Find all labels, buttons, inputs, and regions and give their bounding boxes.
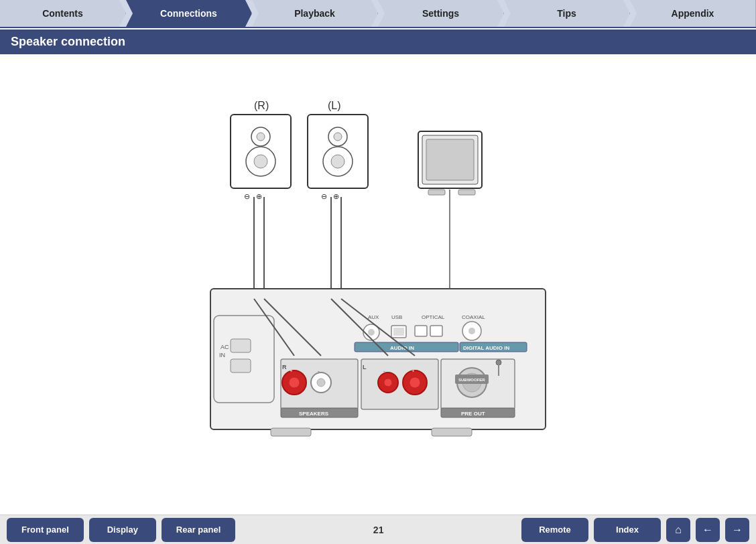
svg-text:PRE OUT: PRE OUT xyxy=(461,411,485,417)
svg-text:COAXIAL: COAXIAL xyxy=(462,314,485,320)
bottom-nav-left: Front panel Display Rear panel xyxy=(7,518,235,542)
svg-rect-17 xyxy=(428,190,445,195)
svg-text:-: - xyxy=(318,368,320,374)
bottom-nav-center: 21 xyxy=(373,525,384,535)
svg-rect-41 xyxy=(430,326,442,336)
svg-text:AUX: AUX xyxy=(368,314,379,320)
svg-text:USB: USB xyxy=(391,314,402,320)
back-button[interactable]: ← xyxy=(696,518,720,542)
bottom-nav-right: Remote Index ⌂ ← → xyxy=(521,518,749,542)
front-panel-button[interactable]: Front panel xyxy=(7,518,84,542)
svg-text:⊕: ⊕ xyxy=(256,192,262,200)
svg-rect-76 xyxy=(432,428,472,436)
svg-point-7 xyxy=(334,133,342,141)
main-content: (R) (L) ⊖ ⊕ ⊖ ⊕ xyxy=(0,54,756,490)
tab-settings[interactable]: Settings xyxy=(378,0,504,27)
rear-panel-button[interactable]: Rear panel xyxy=(162,518,235,542)
svg-rect-40 xyxy=(415,326,427,336)
tab-contents[interactable]: Contents xyxy=(0,0,126,27)
svg-point-37 xyxy=(368,329,375,336)
svg-text:+: + xyxy=(290,368,293,374)
svg-text:⊖: ⊖ xyxy=(321,192,327,200)
svg-text:SUBWOOFER: SUBWOOFER xyxy=(458,378,485,382)
svg-rect-75 xyxy=(271,428,311,436)
speaker-connection-diagram: (R) (L) ⊖ ⊕ ⊖ ⊕ xyxy=(150,68,606,456)
bottom-nav: Front panel Display Rear panel 21 Remote… xyxy=(0,515,756,544)
svg-point-61 xyxy=(410,377,420,388)
svg-text:⊖: ⊖ xyxy=(244,192,250,200)
svg-rect-18 xyxy=(458,190,475,195)
svg-rect-30 xyxy=(231,359,251,372)
svg-point-53 xyxy=(317,379,325,387)
svg-text:+: + xyxy=(412,368,415,374)
tab-tips[interactable]: Tips xyxy=(504,0,630,27)
svg-point-4 xyxy=(254,155,267,168)
svg-text:⊕: ⊕ xyxy=(333,192,339,200)
svg-text:AC: AC xyxy=(220,344,229,350)
svg-rect-39 xyxy=(393,328,404,336)
nav-tabs: Contents Connections Playback Settings T… xyxy=(0,0,756,28)
r-label: (R) xyxy=(254,100,269,111)
svg-rect-29 xyxy=(231,339,251,352)
index-button[interactable]: Index xyxy=(594,518,661,542)
diagram-container: (R) (L) ⊖ ⊕ ⊖ ⊕ xyxy=(150,68,606,456)
svg-point-43 xyxy=(468,328,475,334)
tab-playback[interactable]: Playback xyxy=(252,0,378,27)
section-title: Speaker connection xyxy=(0,29,756,54)
svg-text:IN: IN xyxy=(219,352,225,358)
display-button[interactable]: Display xyxy=(89,518,156,542)
svg-text:L: L xyxy=(363,364,367,370)
svg-point-2 xyxy=(257,133,265,141)
forward-button[interactable]: → xyxy=(725,518,749,542)
page-number: 21 xyxy=(373,525,384,535)
tab-appendix[interactable]: Appendix xyxy=(630,0,756,27)
svg-point-9 xyxy=(331,155,344,168)
svg-point-59 xyxy=(384,379,392,387)
svg-point-51 xyxy=(289,377,300,388)
tab-connections[interactable]: Connections xyxy=(126,0,252,27)
svg-text:SPEAKERS: SPEAKERS xyxy=(299,411,329,417)
home-button[interactable]: ⌂ xyxy=(666,518,690,542)
svg-text:R: R xyxy=(282,364,287,370)
svg-text:OPTICAL: OPTICAL xyxy=(422,314,445,320)
l-label: (L) xyxy=(328,100,341,111)
svg-text:-: - xyxy=(383,368,385,374)
svg-text:DIGITAL AUDIO IN: DIGITAL AUDIO IN xyxy=(463,345,509,351)
remote-button[interactable]: Remote xyxy=(521,518,588,542)
svg-rect-16 xyxy=(426,139,474,180)
